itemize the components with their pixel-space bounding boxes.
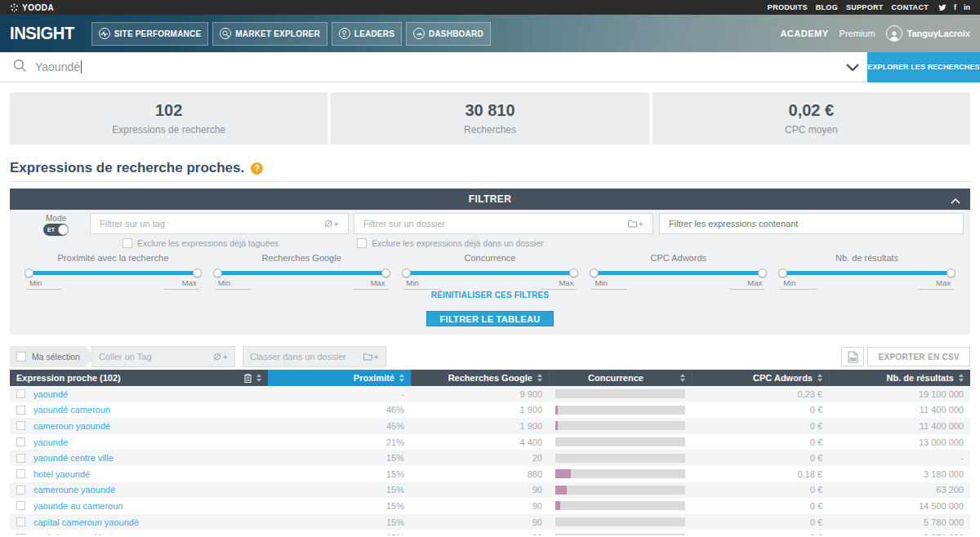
- row-checkbox[interactable]: [16, 517, 25, 526]
- slider-handle-min[interactable]: [24, 268, 33, 277]
- mode-toggle[interactable]: ET: [43, 224, 69, 236]
- sort-icon[interactable]: [959, 374, 964, 382]
- slider-handle-min[interactable]: [402, 268, 411, 277]
- export-csv-button[interactable]: EXPORTER EN CSV: [867, 347, 970, 366]
- facebook-icon[interactable]: f: [954, 3, 956, 11]
- add-tag-filter-button[interactable]: +: [334, 219, 339, 229]
- topbar-link[interactable]: BLOG: [816, 3, 838, 11]
- tab-market-explorer[interactable]: MARKET EXPLORER: [212, 22, 327, 46]
- column-searches[interactable]: Recherches Google: [411, 370, 549, 386]
- exclude-folder-checkbox-label[interactable]: Exclure les expressions déjà dans un dos…: [357, 238, 543, 248]
- clipboard-icon[interactable]: [244, 374, 252, 383]
- slider-max-input[interactable]: Max: [541, 278, 577, 290]
- slider-max-input[interactable]: Max: [729, 278, 765, 290]
- results-value: 11 400 000: [829, 405, 970, 415]
- sort-icon[interactable]: [817, 374, 822, 382]
- chevron-down-icon[interactable]: [846, 60, 859, 74]
- add-folder-filter-button[interactable]: +: [639, 219, 644, 229]
- keyword-link[interactable]: yaounde au cameroun: [33, 501, 122, 511]
- row-checkbox[interactable]: [16, 437, 25, 446]
- explore-searches-button[interactable]: EXPLORER LES RECHERCHES: [867, 52, 980, 82]
- linkedin-icon[interactable]: in: [964, 3, 970, 11]
- keyword-link[interactable]: cameroun yaoundé: [33, 421, 110, 431]
- table-row: yaounde au cameroun 15% 90 0 € 14 500 00…: [10, 498, 970, 514]
- tab-leaders[interactable]: LEADERS: [332, 22, 402, 46]
- add-to-folder-button[interactable]: +: [374, 352, 379, 362]
- classify-folder-input[interactable]: Classer dans un dossier +: [243, 346, 386, 367]
- csv-file-icon[interactable]: CSV: [841, 347, 864, 366]
- exclude-tagged-checkbox[interactable]: [122, 238, 132, 248]
- slider-handle-max[interactable]: [193, 268, 202, 277]
- slider-handle-min[interactable]: [778, 268, 787, 277]
- yooda-logo[interactable]: YOODA: [10, 3, 54, 12]
- sort-icon[interactable]: [537, 374, 542, 382]
- keyword-link[interactable]: yaoundé cameroun: [33, 405, 110, 415]
- slider-min-input[interactable]: Min: [591, 278, 627, 290]
- column-expression[interactable]: Expression proche (102): [10, 370, 268, 386]
- tab-dashboard[interactable]: DASHBOARD: [406, 22, 491, 46]
- sort-icon[interactable]: [680, 374, 685, 382]
- reset-filters-link[interactable]: RÉINITIALISER CES FILTRES: [16, 291, 964, 300]
- proximity-value: -: [268, 389, 411, 399]
- topbar-link[interactable]: CONTACT: [892, 3, 929, 11]
- row-checkbox[interactable]: [16, 421, 25, 430]
- slider-handle-max[interactable]: [947, 268, 956, 277]
- exclude-tagged-checkbox-label[interactable]: Exclure les expressions déjà taguées: [122, 238, 278, 248]
- row-checkbox[interactable]: [16, 534, 25, 535]
- my-selection[interactable]: Ma sélection: [10, 346, 85, 367]
- select-all-checkbox[interactable]: [16, 352, 26, 362]
- premium-link[interactable]: Premium: [840, 29, 875, 38]
- row-checkbox[interactable]: [16, 389, 25, 398]
- filter-contains-input[interactable]: Filtrer les expressions contenant: [659, 213, 964, 234]
- keyword-link[interactable]: yaoundé centre ville: [33, 453, 114, 463]
- slider-handle-min[interactable]: [590, 268, 599, 277]
- slider-handle-min[interactable]: [213, 268, 222, 277]
- keyword-link[interactable]: cameroune yaoundé: [33, 485, 115, 495]
- keyword-link[interactable]: capitale yaoundé: [33, 533, 101, 535]
- keyword-link[interactable]: yaounde: [33, 437, 68, 447]
- row-checkbox[interactable]: [16, 501, 25, 510]
- exclude-folder-checkbox[interactable]: [357, 238, 367, 248]
- column-results[interactable]: Nb. de résultats: [829, 370, 970, 386]
- searches-value: 4 400: [411, 437, 549, 447]
- chevron-up-icon[interactable]: [951, 195, 960, 206]
- help-icon[interactable]: ?: [251, 162, 263, 175]
- search-input[interactable]: Yaoundé: [35, 60, 82, 73]
- academy-link[interactable]: ACADEMY: [780, 29, 828, 38]
- slider-max-input[interactable]: Max: [164, 278, 200, 290]
- row-checkbox[interactable]: [16, 469, 25, 478]
- column-cpc[interactable]: CPC Adwords: [692, 370, 829, 386]
- filter-header[interactable]: FILTRER: [10, 189, 970, 210]
- row-checkbox[interactable]: [16, 406, 25, 415]
- row-checkbox[interactable]: [16, 454, 25, 463]
- sort-icon[interactable]: [256, 374, 261, 382]
- slider-min-input[interactable]: Min: [403, 278, 439, 290]
- slider-min-input[interactable]: Min: [780, 278, 816, 290]
- tab-site-performance[interactable]: SITE PERFORMANCE: [91, 22, 209, 46]
- searches-value: 90: [411, 501, 549, 511]
- sort-icon[interactable]: [399, 374, 404, 382]
- keyword-link[interactable]: yaoundé: [33, 389, 68, 399]
- slider-min-input[interactable]: Min: [26, 278, 62, 290]
- filter-tag-input[interactable]: Filtrer sur un tag +: [90, 213, 349, 234]
- keyword-link[interactable]: capital cameroun yaoundé: [33, 517, 139, 527]
- keyword-link[interactable]: hotel yaoundé: [33, 469, 90, 479]
- slider-handle-max[interactable]: [758, 268, 767, 277]
- slider-handle-max[interactable]: [569, 268, 578, 277]
- topbar-link[interactable]: PRODUITS: [768, 3, 808, 11]
- topbar-link[interactable]: SUPPORT: [846, 3, 884, 11]
- slider-min-input[interactable]: Min: [215, 278, 251, 290]
- twitter-icon[interactable]: [938, 4, 947, 11]
- insight-logo[interactable]: INSIGHT: [10, 23, 74, 44]
- user-menu[interactable]: TanguyLacroix: [886, 25, 970, 42]
- row-checkbox[interactable]: [16, 486, 25, 495]
- filter-folder-input[interactable]: Filtrer sur un dossier +: [354, 213, 653, 234]
- column-competition[interactable]: Concurrence: [549, 370, 692, 386]
- paste-tag-input[interactable]: Coller un Tag +: [91, 346, 235, 367]
- slider-max-input[interactable]: Max: [353, 278, 389, 290]
- filter-table-button[interactable]: FILTRER LE TABLEAU: [426, 311, 555, 326]
- slider-max-input[interactable]: Max: [918, 278, 954, 290]
- slider-handle-max[interactable]: [381, 268, 390, 277]
- add-tag-button[interactable]: +: [223, 352, 228, 362]
- column-proximity[interactable]: Proximité: [268, 370, 411, 386]
